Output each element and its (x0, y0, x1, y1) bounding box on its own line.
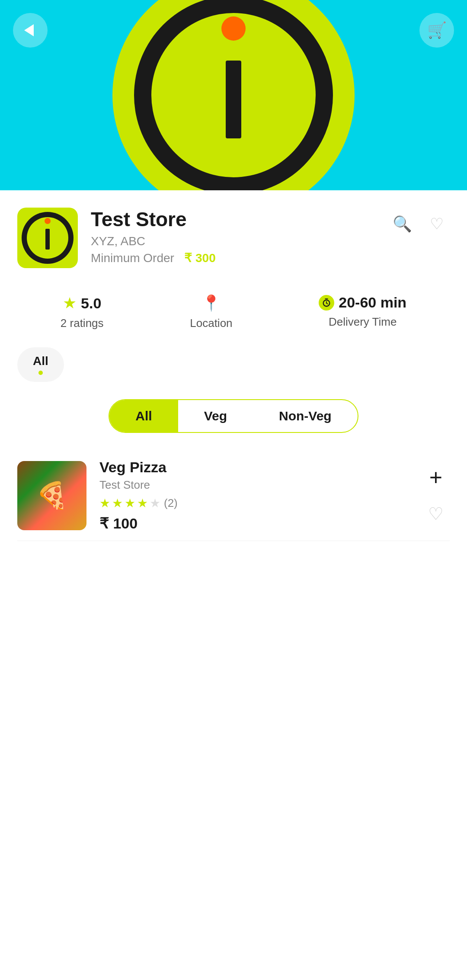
category-pill-label: All (33, 354, 48, 368)
star-3: ★ (125, 496, 135, 510)
product-stars: ★ ★ ★ ★ ★ (99, 496, 160, 510)
filter-tabs: All Veg Non-Veg (0, 391, 467, 442)
category-pill-all[interactable]: All (17, 347, 64, 382)
cart-button[interactable]: 🛒 (419, 13, 454, 48)
store-logo (17, 208, 78, 268)
hero-logo (112, 0, 355, 190)
add-to-cart-button[interactable]: + (422, 464, 450, 491)
store-logo-inner-circle (22, 212, 74, 264)
store-actions: 🔍 ♡ (389, 208, 450, 237)
star-icon: ★ (63, 294, 77, 312)
heart-icon: ♡ (430, 215, 444, 233)
min-order-amount: ₹ 300 (184, 251, 216, 265)
hero-dot (221, 16, 246, 41)
product-details: Veg Pizza Test Store ★ ★ ★ ★ ★ (2) ₹ 100 (99, 459, 409, 532)
star-1: ★ (99, 496, 110, 510)
delivery-icon-row: 20-60 min (319, 294, 406, 311)
min-order: Minimum Order ₹ 300 (91, 251, 376, 265)
rating-icon-row: ★ 5.0 (63, 294, 101, 312)
active-indicator-dot (38, 371, 43, 375)
rating-value: 5.0 (81, 295, 101, 312)
filter-tab-veg[interactable]: Veg (178, 400, 253, 432)
filter-tab-nonveg[interactable]: Non-Veg (253, 400, 358, 432)
star-5: ★ (150, 496, 160, 510)
product-store: Test Store (99, 478, 409, 492)
product-rating-count: (2) (164, 496, 178, 510)
store-search-button[interactable]: 🔍 (389, 211, 415, 237)
rating-stat: ★ 5.0 2 ratings (61, 294, 104, 330)
location-label: Location (190, 317, 232, 330)
store-info-section: Test Store XYZ, ABC Minimum Order ₹ 300 … (0, 190, 467, 277)
location-stat: 📍 Location (190, 294, 232, 330)
product-image: 🍕 (17, 461, 86, 530)
search-icon: 🔍 (393, 215, 412, 233)
product-rating: ★ ★ ★ ★ ★ (2) (99, 496, 409, 510)
product-actions: + ♡ (422, 464, 450, 528)
category-section: All (0, 343, 467, 391)
filter-tab-all[interactable]: All (109, 400, 178, 432)
delivery-value: 20-60 min (339, 294, 406, 311)
store-logo-dot (45, 218, 51, 224)
product-card: 🍕 Veg Pizza Test Store ★ ★ ★ ★ ★ (2) ₹ 1… (17, 450, 450, 541)
filter-tab-group: All Veg Non-Veg (109, 399, 358, 433)
product-price: ₹ 100 (99, 515, 409, 532)
product-name: Veg Pizza (99, 459, 409, 476)
store-logo-bar (45, 229, 50, 250)
store-logo-center-circle (27, 217, 68, 259)
product-list: 🍕 Veg Pizza Test Store ★ ★ ★ ★ ★ (2) ₹ 1… (0, 442, 467, 550)
back-button[interactable] (13, 13, 48, 48)
rating-label: 2 ratings (61, 317, 104, 330)
delivery-label: Delivery Time (329, 315, 397, 329)
delivery-stat: 20-60 min Delivery Time (319, 294, 406, 330)
star-4: ★ (137, 496, 148, 510)
location-pin-icon: 📍 (202, 294, 221, 312)
stats-row: ★ 5.0 2 ratings 📍 Location 20-60 min Del… (0, 281, 467, 343)
hero-bar (226, 61, 241, 138)
location-icon-row: 📍 (202, 294, 221, 312)
hero-logo-inner (134, 0, 333, 190)
hero-logo-center (151, 13, 316, 177)
store-address: XYZ, ABC (91, 234, 376, 248)
min-order-label: Minimum Order (91, 251, 174, 265)
timer-icon (319, 295, 334, 311)
cart-icon: 🛒 (427, 21, 447, 39)
store-name: Test Store (91, 208, 376, 231)
product-image-emoji: 🍕 (36, 480, 68, 511)
product-heart-icon: ♡ (428, 504, 444, 524)
store-details: Test Store XYZ, ABC Minimum Order ₹ 300 (91, 208, 376, 265)
star-2: ★ (112, 496, 123, 510)
hero-banner: 🛒 (0, 0, 467, 190)
store-favorite-button[interactable]: ♡ (424, 211, 450, 237)
store-header: Test Store XYZ, ABC Minimum Order ₹ 300 … (17, 208, 450, 268)
product-favorite-button[interactable]: ♡ (422, 500, 450, 528)
back-arrow-icon (24, 24, 34, 36)
